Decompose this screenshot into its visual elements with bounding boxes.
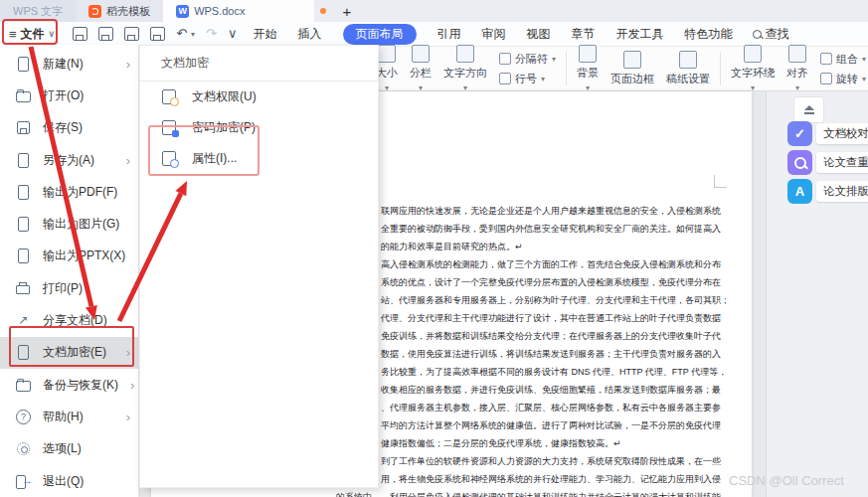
check-icon: ✓ xyxy=(794,126,805,141)
paper-typeset-icon: A xyxy=(787,179,812,204)
tab-特色功能[interactable]: 特色功能 xyxy=(685,26,733,43)
file-menu-item-label: 退出(Q) xyxy=(43,473,84,490)
ribbon-button-label: 文字环绕 xyxy=(731,66,775,81)
save-icon[interactable] xyxy=(73,27,87,41)
align-icon xyxy=(788,45,806,63)
file-menu-button[interactable]: ≡ 文件 ∨ xyxy=(9,26,55,43)
file-menu-item-label: 保存(S) xyxy=(43,119,83,136)
file-menu-item-文档加密(E)[interactable]: 文档加密(E)› xyxy=(0,337,138,369)
document-text-fragment: 的系统中 xyxy=(336,488,372,497)
file-menu-item-label: 文档加密(E) xyxy=(43,344,106,361)
document-line: 高入侵检测系统的检测能力，做了三个方面的工作，首先结合免疫入侵检测系统和分布 xyxy=(381,255,725,273)
submenu-item-密码加密(P)[interactable]: 密码加密(P) xyxy=(140,112,378,143)
line-number-icon xyxy=(499,73,511,84)
file-menu-item-选项(L)[interactable]: 选项(L) xyxy=(0,433,138,465)
ribbon-group-separator xyxy=(566,52,567,85)
tab-视图[interactable]: 视图 xyxy=(527,26,551,43)
print-icon[interactable] xyxy=(124,27,139,41)
ribbon-button-对齐[interactable]: 对齐▾ xyxy=(781,45,814,92)
ribbon-button-旋转[interactable]: 旋转▾ xyxy=(820,72,866,86)
ribbon-button-页面边框[interactable]: 页面边框 xyxy=(605,51,660,86)
ribbon-button-label: 文字方向 xyxy=(443,66,487,81)
dropdown-caret-icon: ▾ xyxy=(552,55,556,64)
ribbon-button-label: 分栏 xyxy=(410,66,432,81)
document-text: 联网应用的快速发展，无论是企业还是个人用户越来越重视信息的安全，入侵检测系统全重… xyxy=(381,202,725,497)
document-line: 务比较重，为了提高效率根据不同的服务设计有 DNS 代理、HTTP 代理、FTP… xyxy=(381,363,725,381)
document-permission-icon xyxy=(161,89,179,104)
search-button[interactable]: 查找 xyxy=(753,26,789,43)
print-icon xyxy=(16,281,31,296)
tab-插入[interactable]: 插入 xyxy=(298,26,322,43)
margin-corner-mark xyxy=(714,175,727,188)
submenu-item-属性(I)...[interactable]: 属性(I)... xyxy=(140,143,378,174)
app-tab-label: WPS 文字 xyxy=(13,4,63,19)
file-menu-item-打开(O)[interactable]: 打开(O) xyxy=(0,80,138,111)
file-menu-item-打印(P)[interactable]: 打印(P) xyxy=(0,272,138,304)
right-tool-论文查重[interactable]: 论文查重 xyxy=(787,150,868,175)
export-pptx-icon xyxy=(16,248,31,263)
ribbon-button-文字环绕[interactable]: 文字环绕▾ xyxy=(725,45,781,92)
ribbon-button-文字方向[interactable]: 文字方向▾ xyxy=(437,45,493,92)
options-icon xyxy=(16,441,31,456)
ribbon-tabs: 开始插入页面布局引用审阅视图章节开发工具特色功能 xyxy=(254,24,733,45)
undo-icon[interactable]: ↶ xyxy=(176,28,187,40)
tab-开发工具[interactable]: 开发工具 xyxy=(616,26,664,43)
ribbon-group-separator xyxy=(720,52,721,85)
document-line: 全重要的被动防御手段，受到国内外信息安全研究机构和安全厂商的关注。如何提高入 xyxy=(381,220,725,238)
page-break-icon xyxy=(499,53,511,65)
file-menu-item-输出为PPTX(X)[interactable]: 输出为PPTX(X) xyxy=(0,241,138,272)
file-menu-item-输出为PDF(F)[interactable]: 输出为PDF(F) xyxy=(0,176,138,208)
file-menu-item-label: 输出为PPTX(X) xyxy=(43,248,125,264)
file-menu-item-label: 打印(P) xyxy=(43,280,83,297)
ribbon-button-分隔符[interactable]: 分隔符▾ xyxy=(499,52,556,67)
tab-开始[interactable]: 开始 xyxy=(254,26,277,43)
submenu-title: 文档加密 xyxy=(140,46,378,72)
tab-document[interactable]: W WPS.docx xyxy=(163,0,314,22)
save-icon xyxy=(16,120,31,135)
new-tab-button[interactable]: + xyxy=(342,4,351,19)
ribbon-button-分栏[interactable]: 分栏▾ xyxy=(404,45,437,92)
submenu-item-文档权限(U)[interactable]: 文档权限(U) xyxy=(140,82,378,112)
file-menu-item-备份与恢复(K)[interactable]: 备份与恢复(K)› xyxy=(0,369,138,401)
right-tool-panel: ✓文档校对论文查重A论文排版 xyxy=(766,91,868,497)
tab-页面布局[interactable]: 页面布局 xyxy=(343,24,417,45)
file-menu-item-新建(N)[interactable]: 新建(N)› xyxy=(0,48,138,80)
ribbon-button-稿纸设置[interactable]: 稿纸设置 xyxy=(660,51,716,86)
proofread-icon: ✓ xyxy=(787,121,812,146)
ribbon-button-label: 行号 xyxy=(515,72,537,86)
export-pdf-icon[interactable] xyxy=(98,27,113,41)
tab-引用[interactable]: 引用 xyxy=(437,26,461,43)
file-menu-item-保存(S)[interactable]: 保存(S) xyxy=(0,112,138,144)
submenu-item-label: 密码加密(P) xyxy=(192,119,256,136)
unsaved-dot xyxy=(320,8,326,14)
tab-template-store[interactable]: 稻壳模板 xyxy=(76,0,163,22)
right-tool-论文排版[interactable]: A论文排版 xyxy=(787,179,868,204)
document-line: 用，将生物免疫系统和神经网络系统的并行处理能力、学习能力、记忆能力应用到入侵 xyxy=(381,470,725,488)
tab-wps-home[interactable]: WPS 文字 xyxy=(0,0,76,22)
wps-window: WPS 文字 稻壳模板 W WPS.docx + ≡ 文件 ∨ ↶▾↷∨ 开始插… xyxy=(0,0,868,497)
file-menu-item-label: 分享文档(D) xyxy=(43,312,107,329)
document-line: 到了工作单位的软硬件资源和人力资源的大力支持，系统研究取得阶段性成果，在一些 xyxy=(381,452,725,470)
tab-章节[interactable]: 章节 xyxy=(572,26,596,43)
more-icon[interactable]: ∨ xyxy=(228,28,238,40)
grid-paper-icon xyxy=(679,51,697,69)
file-menu-item-分享文档(D)[interactable]: ↗分享文档(D) xyxy=(0,304,138,336)
ribbon-button-组合[interactable]: 组合▾ xyxy=(820,52,866,67)
save-as-icon xyxy=(16,153,31,168)
ribbon-button-背景[interactable]: 背景▾ xyxy=(571,45,605,92)
plagiarism-check-icon xyxy=(787,150,812,175)
file-menu-item-退出(Q)[interactable]: 退出(Q) xyxy=(0,465,138,497)
file-menu-item-另存为(A)[interactable]: 另存为(A)› xyxy=(0,144,138,176)
dropdown-caret-icon[interactable]: ▾ xyxy=(191,30,195,39)
collapse-panel-button[interactable] xyxy=(793,96,824,123)
file-menu-item-输出为图片(G)[interactable]: 输出为图片(G) xyxy=(0,208,138,240)
file-menu-item-帮助(H)[interactable]: 帮助(H)› xyxy=(0,401,138,432)
tab-审阅[interactable]: 审阅 xyxy=(482,26,506,43)
lock-accent-icon xyxy=(172,130,179,137)
docer-icon xyxy=(88,5,101,18)
right-tool-文档校对[interactable]: ✓文档校对 xyxy=(787,121,868,146)
export-pdf-icon xyxy=(16,185,31,200)
print-preview-icon[interactable] xyxy=(150,27,165,41)
ribbon-button-行号[interactable]: 行号▾ xyxy=(499,72,556,86)
share-icon: ↗ xyxy=(16,313,31,328)
